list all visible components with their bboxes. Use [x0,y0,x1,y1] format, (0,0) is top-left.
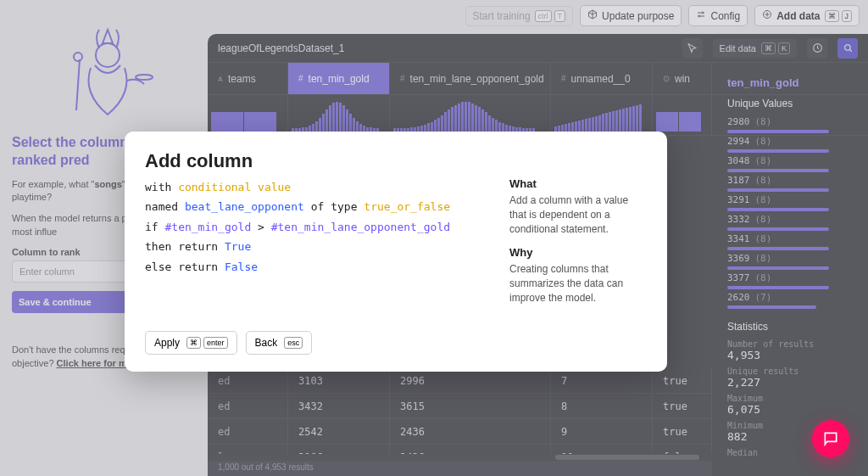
t: #ten_min_lane_opponent_gold [271,221,450,233]
add-column-modal: Add column with conditional value named … [125,132,667,372]
key: esc [284,337,303,349]
t: then return [145,240,225,253]
help-fab[interactable] [812,420,849,457]
t: conditional value [178,181,291,193]
why-heading: Why [509,246,647,259]
shortcut: ⌘enter [186,337,228,349]
what-text: Add a column with a value that is depend… [509,193,647,236]
modal-code[interactable]: with conditional value named beat_lane_o… [145,177,467,316]
key: enter [203,337,228,349]
t: if [145,221,164,233]
t: named [145,200,185,213]
what-heading: What [509,177,647,190]
t: else return [145,260,225,273]
t: of type [304,200,364,213]
t: True [225,240,251,253]
t: #ten_min_gold [164,221,251,233]
label: Apply [154,337,180,349]
t: > [251,221,270,233]
modal-info: What Add a column with a value that is d… [509,177,647,316]
t: beat_lane_opponent [185,200,304,213]
back-button[interactable]: Back esc [246,331,313,355]
shortcut: esc [284,337,303,349]
t: False [225,260,258,273]
t: with [145,181,178,193]
apply-button[interactable]: Apply ⌘enter [145,331,237,355]
label: Back [255,337,278,349]
why-text: Creating columns that summarizes the dat… [509,262,647,305]
t: true_or_false [364,200,450,213]
key: ⌘ [186,337,201,349]
modal-title: Add column [145,150,647,172]
